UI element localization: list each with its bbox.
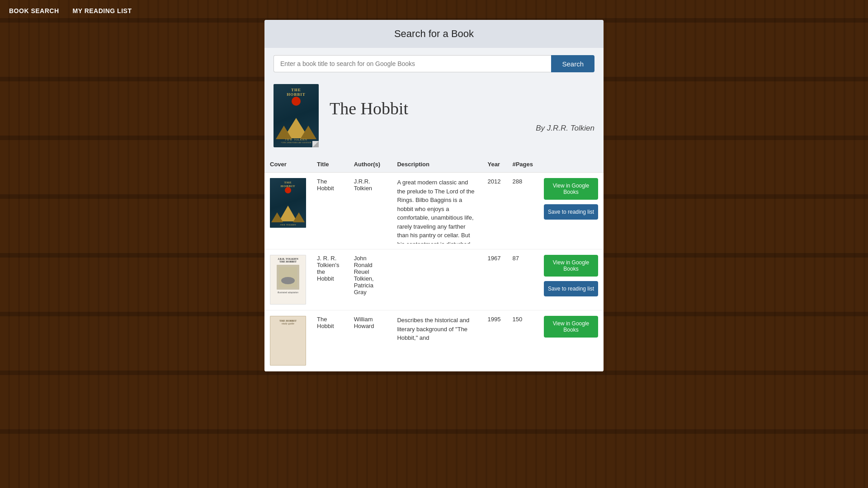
actions-cell-1: View in Google Books Save to reading lis…: [538, 173, 604, 249]
svg-point-1: [281, 277, 295, 284]
actions-cell-3: View in Google Books: [538, 310, 604, 371]
desc-cell-3: Describes the historical and literary ba…: [392, 310, 482, 371]
col-pages: #Pages: [507, 156, 538, 173]
pages-cell-3: 150: [507, 310, 538, 371]
save-reading-button-2[interactable]: Save to reading list: [544, 281, 598, 296]
results-table: Cover Title Author(s) Description Year #…: [264, 156, 604, 371]
cover-cell-1: THEHOBBIT J·R·R· TOLKIEN: [264, 173, 311, 249]
table-row: THE HOBBITstudy guide The Hobbit William…: [264, 310, 604, 371]
col-description: Description: [392, 156, 482, 173]
view-google-button-3[interactable]: View in Google Books: [544, 316, 598, 338]
panel-header: Search for a Book: [264, 20, 604, 48]
cover-cell-2: J.R.R. TOLKIENTHE HOBBIT illustrated ada…: [264, 249, 311, 310]
author-cell-1: J.R.R. Tolkien: [349, 173, 392, 249]
view-google-button-1[interactable]: View in Google Books: [544, 178, 598, 200]
search-button[interactable]: Search: [551, 55, 594, 72]
title-cell-1: The Hobbit: [311, 173, 349, 249]
pages-cell-2: 87: [507, 249, 538, 310]
featured-author: By J.R.R. Tolkien: [330, 124, 594, 133]
featured-cover: THEHOBBIT J·R·R· TOLKIEN75TH ANNIVERSARY…: [274, 84, 319, 147]
table-row: J.R.R. TOLKIENTHE HOBBIT illustrated ada…: [264, 249, 604, 310]
title-cell-3: The Hobbit: [311, 310, 349, 371]
table-header-row: Cover Title Author(s) Description Year #…: [264, 156, 604, 173]
search-bar: Search: [264, 48, 604, 80]
results-section: Cover Title Author(s) Description Year #…: [264, 156, 604, 371]
desc-cell-1: A great modern classic and the prelude t…: [392, 173, 482, 249]
nav-reading-list[interactable]: MY READING LIST: [73, 7, 132, 14]
featured-title: The Hobbit: [330, 99, 594, 118]
desc-cell-2: [392, 249, 482, 310]
col-authors: Author(s): [349, 156, 392, 173]
nav-book-search[interactable]: BOOK SEARCH: [9, 7, 59, 14]
panel-title: Search for a Book: [274, 28, 594, 40]
col-actions: [538, 156, 604, 173]
main-panel: Search for a Book Search THEHOBBIT J·R·R…: [264, 20, 604, 371]
actions-cell-2: View in Google Books Save to reading lis…: [538, 249, 604, 310]
navbar: BOOK SEARCH MY READING LIST: [0, 0, 868, 22]
col-title: Title: [311, 156, 349, 173]
search-input[interactable]: [274, 55, 551, 72]
author-cell-3: William Howard: [349, 310, 392, 371]
title-cell-2: J. R. R. Tolkien's the Hobbit: [311, 249, 349, 310]
featured-info: The Hobbit By J.R.R. Tolkien: [330, 99, 594, 133]
cover-illustration-2: [277, 265, 299, 290]
col-year: Year: [482, 156, 507, 173]
author-cell-2: John Ronald Reuel Tolkien, Patricia Gray: [349, 249, 392, 310]
year-cell-1: 2012: [482, 173, 507, 249]
cover-cell-3: THE HOBBITstudy guide: [264, 310, 311, 371]
year-cell-3: 1995: [482, 310, 507, 371]
year-cell-2: 1967: [482, 249, 507, 310]
featured-book: THEHOBBIT J·R·R· TOLKIEN75TH ANNIVERSARY…: [264, 80, 604, 156]
col-cover: Cover: [264, 156, 311, 173]
view-google-button-2[interactable]: View in Google Books: [544, 255, 598, 277]
pages-cell-1: 288: [507, 173, 538, 249]
table-row: THEHOBBIT J·R·R· TOLKIEN The Hobbit J.R.…: [264, 173, 604, 249]
save-reading-button-1[interactable]: Save to reading list: [544, 204, 598, 220]
